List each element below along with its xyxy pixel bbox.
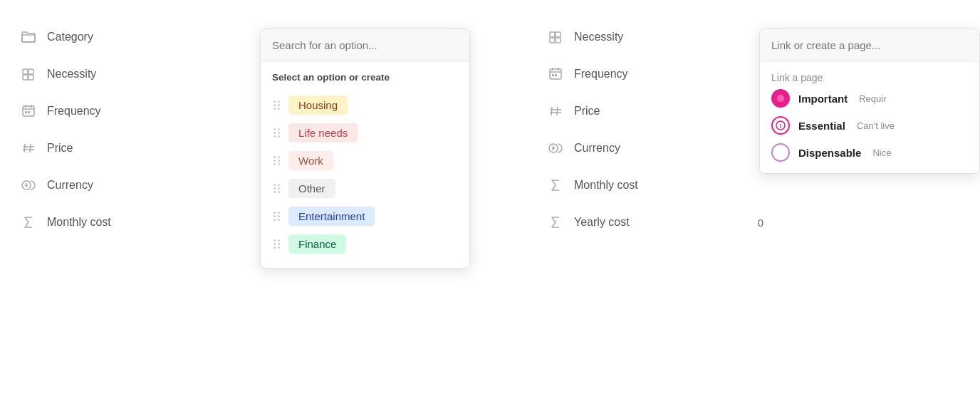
important-icon — [771, 89, 790, 108]
svg-rect-2 — [23, 75, 28, 80]
sigma-icon — [20, 214, 37, 231]
hash-icon-mid — [547, 103, 564, 120]
tag-icon — [20, 66, 37, 83]
drag-handle[interactable] — [272, 182, 281, 195]
dispensable-name: Dispensable — [798, 147, 861, 159]
category-dropdown: Select an option or create Housing Life … — [260, 28, 470, 269]
property-row-category[interactable]: Category — [14, 21, 249, 53]
frequency-mid-label: Frequency — [574, 68, 628, 81]
svg-point-35 — [777, 95, 784, 102]
link-page-search-input[interactable] — [760, 29, 979, 62]
currency-mid-label: Currency — [574, 142, 620, 155]
middle-row-yearly-cost[interactable]: Yearly cost 0 — [541, 207, 769, 238]
price-label: Price — [47, 142, 73, 155]
svg-rect-0 — [22, 35, 35, 42]
svg-rect-26 — [552, 74, 554, 76]
calendar-icon — [20, 103, 37, 120]
currency-icon-mid — [547, 140, 564, 157]
svg-line-28 — [551, 107, 552, 115]
svg-rect-20 — [556, 32, 561, 37]
svg-rect-3 — [28, 69, 33, 74]
link-page-item-essential[interactable]: ! Essential Can't live — [771, 116, 968, 135]
folder-icon — [20, 28, 37, 46]
list-item[interactable]: Life needs — [272, 120, 458, 145]
property-row-necessity[interactable]: Necessity — [14, 58, 249, 90]
drag-handle[interactable] — [272, 127, 281, 139]
essential-icon: ! — [771, 116, 790, 135]
option-life-needs[interactable]: Life needs — [288, 123, 358, 142]
sigma-icon-mid — [547, 177, 564, 194]
svg-line-11 — [24, 144, 25, 152]
svg-rect-4 — [28, 75, 33, 80]
essential-desc: Can't live — [857, 120, 895, 131]
left-property-list: Category Necessity Frequency — [0, 0, 264, 399]
list-item[interactable]: Finance — [272, 232, 458, 256]
middle-row-price[interactable]: Price — [541, 95, 769, 127]
property-row-currency[interactable]: Currency — [14, 170, 249, 201]
option-other[interactable]: Other — [288, 179, 335, 198]
frequency-label: Frequency — [47, 105, 101, 118]
link-page-item-important[interactable]: Important Requir — [771, 89, 968, 108]
hash-icon — [20, 140, 37, 157]
dropdown-hint: Select an option or create — [261, 62, 469, 88]
middle-row-currency[interactable]: Currency — [541, 133, 769, 164]
property-row-frequency[interactable]: Frequency — [14, 95, 249, 127]
link-page-section-title: Link a page — [760, 62, 979, 89]
tag-icon-mid — [547, 28, 564, 46]
svg-line-29 — [557, 107, 558, 115]
drag-handle[interactable] — [272, 155, 281, 167]
option-entertainment[interactable]: Entertainment — [288, 207, 375, 226]
currency-label: Currency — [47, 179, 93, 192]
middle-property-list: Necessity Frequency Price — [527, 0, 783, 399]
calendar-icon-mid — [547, 66, 564, 83]
list-item[interactable]: Other — [272, 176, 458, 201]
category-label: Category — [47, 31, 93, 43]
svg-rect-10 — [28, 111, 30, 113]
middle-row-frequency[interactable]: Frequency — [541, 58, 769, 90]
list-item[interactable]: Work — [272, 148, 458, 173]
necessity-mid-label: Necessity — [574, 31, 623, 43]
monthly-cost-mid-label: Monthly cost — [574, 179, 638, 192]
svg-rect-9 — [25, 111, 27, 113]
list-item[interactable]: Entertainment — [272, 204, 458, 229]
drag-handle[interactable] — [272, 238, 281, 250]
link-page-items: Important Requir ! Essential Can't live … — [760, 89, 979, 173]
important-desc: Requir — [859, 93, 886, 104]
drag-handle[interactable] — [272, 210, 281, 222]
option-finance[interactable]: Finance — [288, 234, 346, 254]
middle-row-necessity[interactable]: Necessity — [541, 21, 769, 53]
svg-rect-27 — [555, 74, 557, 76]
property-row-price[interactable]: Price — [14, 133, 249, 164]
price-mid-label: Price — [574, 105, 600, 118]
important-name: Important — [798, 93, 848, 105]
dropdown-search-input[interactable] — [261, 29, 469, 62]
sigma-icon-yearly — [547, 214, 564, 231]
yearly-cost-value: 0 — [754, 217, 763, 229]
link-page-item-dispensable[interactable]: Dispensable Nice — [771, 143, 968, 162]
monthly-cost-label: Monthly cost — [47, 216, 111, 229]
necessity-label: Necessity — [47, 68, 96, 81]
link-page-popup: Link a page Important Requir ! Essential… — [759, 28, 980, 174]
dropdown-options-list: Housing Life needs Work — [261, 88, 469, 268]
drag-handle[interactable] — [272, 99, 281, 111]
list-item[interactable]: Housing — [272, 93, 458, 118]
dispensable-icon — [771, 143, 790, 162]
dispensable-desc: Nice — [872, 147, 891, 158]
svg-line-12 — [30, 144, 31, 152]
svg-text:!: ! — [780, 123, 782, 130]
essential-name: Essential — [798, 120, 845, 132]
yearly-cost-mid-label: Yearly cost — [574, 216, 630, 229]
property-row-monthly-cost[interactable]: Monthly cost — [14, 207, 249, 238]
middle-row-monthly-cost[interactable]: Monthly cost — [541, 170, 769, 201]
option-housing[interactable]: Housing — [288, 95, 348, 115]
option-work[interactable]: Work — [288, 151, 333, 170]
svg-rect-21 — [556, 38, 561, 43]
svg-rect-19 — [550, 38, 555, 43]
currency-icon — [20, 177, 37, 194]
svg-rect-1 — [23, 69, 28, 74]
svg-rect-18 — [550, 32, 555, 37]
